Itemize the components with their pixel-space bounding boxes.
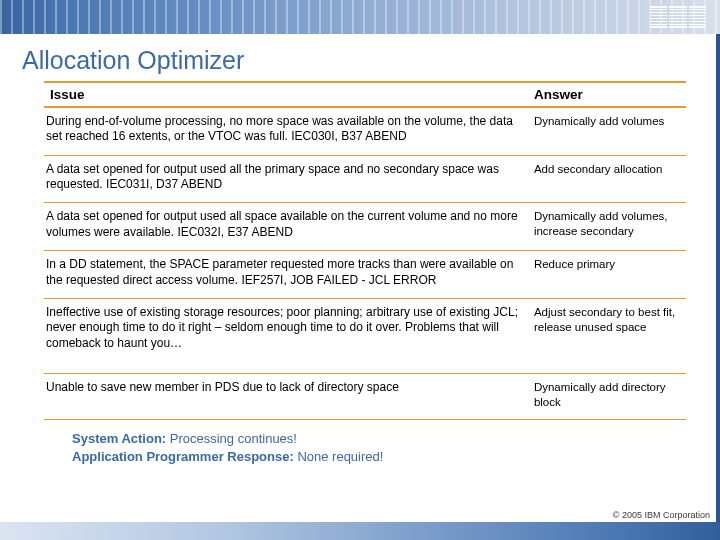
cell-answer: Dynamically add directory block bbox=[532, 373, 686, 419]
cell-answer: Dynamically add volumes bbox=[532, 107, 686, 155]
table-row: Unable to save new member in PDS due to … bbox=[44, 373, 686, 419]
apr-text: None required! bbox=[297, 449, 383, 464]
cell-issue: Ineffective use of existing storage reso… bbox=[44, 298, 532, 373]
table-row: A data set opened for output used all th… bbox=[44, 155, 686, 203]
cell-answer: Dynamically add volumes, increase second… bbox=[532, 203, 686, 251]
cell-answer: Adjust secondary to best fit, release un… bbox=[532, 298, 686, 373]
column-header-issue: Issue bbox=[44, 82, 532, 107]
cell-issue: Unable to save new member in PDS due to … bbox=[44, 373, 532, 419]
cell-answer: Add secondary allocation bbox=[532, 155, 686, 203]
content-area: Issue Answer During end-of-volume proces… bbox=[0, 81, 720, 465]
right-accent-bar bbox=[716, 34, 720, 526]
table-row: During end-of-volume processing, no more… bbox=[44, 107, 686, 155]
cell-issue: During end-of-volume processing, no more… bbox=[44, 107, 532, 155]
copyright: © 2005 IBM Corporation bbox=[613, 510, 710, 520]
system-action-text: Processing continues! bbox=[170, 431, 297, 446]
page-title: Allocation Optimizer bbox=[0, 34, 720, 81]
system-action-label: System Action: bbox=[72, 431, 170, 446]
column-header-answer: Answer bbox=[532, 82, 686, 107]
table-row: A data set opened for output used all sp… bbox=[44, 203, 686, 251]
cell-answer: Reduce primary bbox=[532, 251, 686, 299]
apr-label: Application Programmer Response: bbox=[72, 449, 297, 464]
bottom-banner bbox=[0, 522, 720, 540]
top-banner bbox=[0, 0, 720, 34]
footer-note: System Action: Processing continues! App… bbox=[44, 420, 686, 465]
issue-answer-table: Issue Answer During end-of-volume proces… bbox=[44, 81, 686, 420]
cell-issue: A data set opened for output used all th… bbox=[44, 155, 532, 203]
ibm-logo bbox=[650, 6, 706, 28]
cell-issue: A data set opened for output used all sp… bbox=[44, 203, 532, 251]
table-row: Ineffective use of existing storage reso… bbox=[44, 298, 686, 373]
cell-issue: In a DD statement, the SPACE parameter r… bbox=[44, 251, 532, 299]
table-row: In a DD statement, the SPACE parameter r… bbox=[44, 251, 686, 299]
